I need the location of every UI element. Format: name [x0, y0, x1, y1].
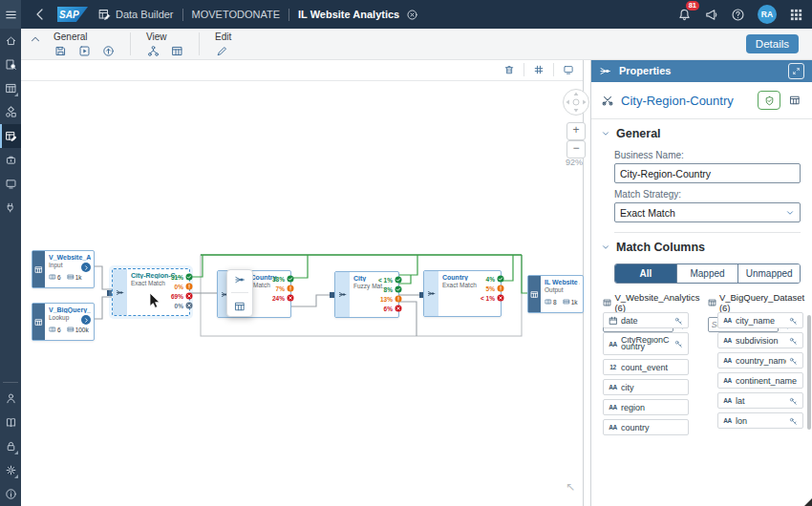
shell-breadcrumb: SAP Data Builder MOVETODONATE IL Website… [21, 7, 418, 22]
divider [182, 9, 183, 21]
close-tab-icon[interactable] [406, 9, 418, 21]
column-item-continent_name[interactable]: AAcontinent_name [717, 372, 803, 389]
match-stat-value: < 1% [481, 295, 495, 302]
columns-icon [545, 298, 552, 306]
numeric-type-icon: 12 [609, 364, 615, 370]
expand-panel-button[interactable] [788, 63, 804, 79]
sidebar-item-guide[interactable] [0, 411, 21, 434]
shell-actions: 81 RA [677, 5, 812, 24]
column-item-city[interactable]: AAcity [603, 379, 689, 395]
column-type-icon [608, 316, 618, 326]
node-output[interactable]: IL Website Anal...Output81k [527, 275, 584, 313]
node-city[interactable]: CityFuzzy Mat...< 1%8%13%6% [334, 271, 399, 318]
window-resize-grip[interactable] [804, 498, 812, 506]
preview-icon [563, 64, 574, 75]
expand-node-button[interactable] [81, 263, 91, 272]
sidebar-item-table-builder[interactable] [0, 76, 21, 100]
node-stats: 6100k [49, 326, 91, 333]
app-launcher-icon[interactable] [789, 8, 803, 22]
open-artifact-tab[interactable]: IL Website Analytics [298, 9, 399, 20]
canvas-delete-button[interactable] [501, 62, 518, 77]
panel-scrollbar[interactable] [807, 315, 811, 430]
space-name[interactable]: MOVETODONATE [192, 9, 281, 20]
column-name: country [621, 423, 684, 432]
column-name: lat [736, 396, 786, 406]
sidebar-item-repository[interactable] [0, 53, 21, 76]
column-count: 6 [49, 326, 61, 333]
toolbar-save-button[interactable] [52, 43, 69, 58]
canvas-auto-layout-button[interactable] [530, 62, 547, 77]
match-stat-value: 69% [171, 293, 183, 300]
sidebar-item-assistant[interactable] [0, 387, 21, 411]
data-preview-icon[interactable] [234, 301, 246, 312]
column-item-count_event[interactable]: 12count_event [603, 359, 689, 375]
tab-unmapped[interactable]: Unmapped [738, 264, 800, 283]
help-icon[interactable] [731, 8, 745, 22]
canvas-navigation-pad[interactable] [562, 88, 590, 116]
column-name: city [621, 383, 684, 392]
validation-status-button[interactable] [758, 91, 780, 110]
sidebar-item-settings[interactable] [0, 458, 21, 482]
business-name-input[interactable] [614, 163, 801, 183]
column-item-country[interactable]: AAcountry [603, 419, 689, 435]
column-type-icon: AA [608, 404, 618, 411]
key-icon [674, 317, 683, 326]
sidebar-item-security[interactable] [0, 434, 21, 458]
match-step-icon[interactable] [234, 274, 246, 285]
match-columns-section-header[interactable]: Match Columns [591, 233, 812, 258]
expand-node-button[interactable] [81, 315, 91, 325]
column-item-lon[interactable]: AAlon [717, 412, 803, 429]
toolbar-run-button[interactable] [75, 43, 93, 58]
column-item-subdivision[interactable]: AAsubdivision [717, 332, 803, 348]
toolbar-table-view-button[interactable] [168, 43, 185, 58]
editor-toolbar: GeneralViewEdit Details [21, 29, 812, 60]
node-input[interactable]: V_Website_Ana...Input61k [32, 250, 95, 288]
business-builder-icon [5, 106, 17, 118]
column-item-city_name[interactable]: AAcity_name [717, 312, 803, 328]
chevron-down-icon [601, 129, 610, 138]
sidebar-item-about[interactable] [0, 482, 21, 506]
sidebar-item-data-builder[interactable] [0, 124, 21, 148]
node-lookup[interactable]: V_BigQuery_Da...Lookup6100k [32, 303, 95, 341]
collapse-toolbar-icon[interactable] [29, 32, 42, 46]
toolbar-lineage-button[interactable] [144, 43, 161, 58]
canvas-preview-button[interactable] [560, 62, 577, 77]
data-preview-button[interactable] [787, 93, 802, 108]
match-strategy-select[interactable]: Exact Match [614, 202, 801, 222]
general-section-header[interactable]: General [591, 119, 812, 144]
column-item-CityRegionCountry[interactable]: AACityRegionCountry [603, 332, 689, 355]
sidebar-item-monitor[interactable] [0, 172, 21, 196]
sidebar-item-home[interactable] [0, 29, 21, 53]
details-button[interactable]: Details [746, 34, 799, 53]
sidebar-item-connections[interactable] [0, 196, 21, 220]
column-item-country_name[interactable]: AAcountry_name [717, 352, 803, 369]
match-icon [116, 288, 124, 297]
column-item-lat[interactable]: AAlat [717, 392, 803, 409]
column-item-region[interactable]: AAregion [603, 399, 689, 415]
table-icon [789, 95, 801, 106]
toolbar-edit-button[interactable] [213, 43, 230, 58]
zoom-out-button[interactable]: − [566, 140, 586, 158]
tab-all[interactable]: All [615, 264, 677, 283]
column-item-date[interactable]: date [603, 312, 689, 328]
avatar[interactable]: RA [758, 5, 777, 24]
chevron-down-icon [601, 242, 610, 252]
sidebar-item-business-builder[interactable] [0, 100, 21, 124]
announcement-icon[interactable] [704, 8, 718, 22]
sidebar-item-data-access[interactable] [0, 148, 21, 172]
toolbar-group-edit: Edit [213, 29, 231, 59]
side-navigation-toggle[interactable] [0, 0, 21, 29]
product-title[interactable]: Data Builder [116, 9, 174, 20]
node-match-stats: 31%0%69%0% [171, 273, 193, 309]
warn-icon [497, 285, 504, 292]
zoom-in-button[interactable]: + [566, 122, 586, 140]
notifications-button[interactable]: 81 [677, 6, 692, 23]
tab-mapped[interactable]: Mapped [677, 264, 739, 283]
toolbar-group-label: Edit [215, 32, 231, 42]
node-country[interactable]: CountryExact Match4%5%< 1% [423, 270, 502, 317]
toolbar-deploy-button[interactable] [99, 43, 117, 58]
back-button[interactable] [32, 7, 48, 22]
business-name-label: Business Name: [614, 150, 801, 160]
error-icon [185, 292, 193, 300]
columns-icon [49, 273, 56, 281]
